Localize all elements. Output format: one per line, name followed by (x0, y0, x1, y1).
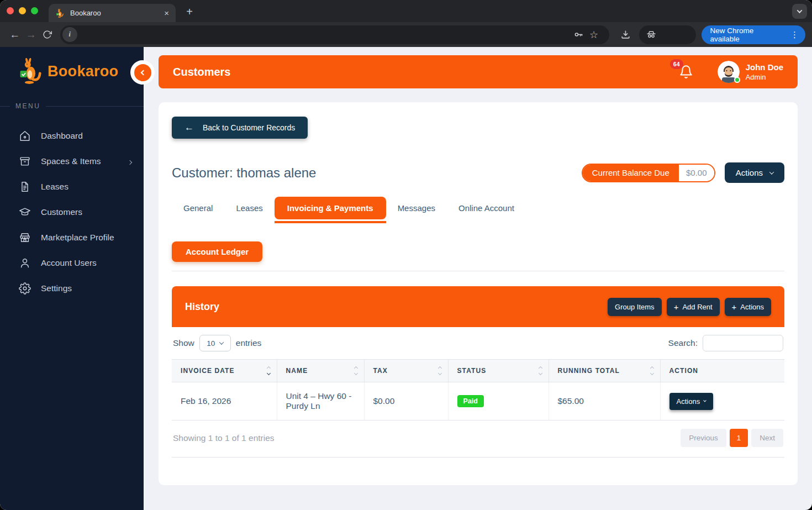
page-1-button[interactable]: 1 (730, 429, 748, 447)
customer-actions-button[interactable]: Actions (725, 162, 784, 183)
sidebar-item-label: Marketplace Profile (41, 233, 114, 243)
browser-toolbar: ← → i ☆ New Chrome available ⋮ (0, 22, 812, 47)
avatar (718, 61, 740, 83)
home-icon (19, 130, 31, 142)
online-status-dot (734, 77, 740, 83)
notification-badge: 64 (670, 59, 683, 69)
sidebar-item-customers[interactable]: Customers (0, 199, 144, 225)
history-actions-button[interactable]: + Actions (725, 298, 771, 316)
chevron-down-icon (219, 340, 224, 344)
tab-leases[interactable]: Leases (224, 198, 274, 218)
tab-general[interactable]: General (172, 198, 224, 218)
add-rent-label: Add Rent (682, 303, 712, 311)
page-title: Customers (173, 66, 230, 78)
chevron-left-icon (141, 70, 146, 75)
add-rent-button[interactable]: + Add Rent (667, 298, 720, 316)
pagination: Previous 1 Next (681, 429, 783, 447)
chevron-right-icon (128, 156, 131, 166)
reload-icon (43, 30, 52, 39)
minimize-window-button[interactable] (19, 7, 26, 14)
notifications-button[interactable]: 64 (679, 64, 693, 80)
entries-select-value: 10 (207, 339, 215, 348)
sidebar-item-label: Spaces & Items (41, 156, 101, 166)
divider (172, 271, 784, 271)
sidebar-item-dashboard[interactable]: Dashboard (0, 123, 144, 149)
cell-invoice-date: Feb 16, 2026 (172, 382, 277, 420)
chevron-down-icon (769, 170, 774, 174)
arrow-left-icon: ← (184, 122, 194, 133)
column-invoice-date[interactable]: INVOICE DATE (172, 360, 277, 382)
browser-window: Bookaroo × + ← → i ☆ New Chrome availabl… (0, 0, 812, 510)
forward-nav-button[interactable]: → (23, 27, 40, 43)
table-footer: Showing 1 to 1 of 1 entries Previous 1 N… (172, 420, 784, 458)
tab-messages[interactable]: Messages (386, 198, 447, 218)
column-status[interactable]: STATUS (448, 360, 549, 382)
browser-titlebar: Bookaroo × + (0, 0, 812, 22)
sort-icons (355, 367, 357, 375)
plus-icon: + (732, 303, 737, 311)
tab-close-icon[interactable]: × (164, 8, 169, 18)
plus-icon: + (674, 303, 679, 311)
sidebar-item-leases[interactable]: Leases (0, 174, 144, 199)
sidebar-nav: Dashboard Spaces & Items Leases Customer… (0, 123, 144, 301)
password-key-icon[interactable] (571, 29, 586, 40)
column-running-total[interactable]: RUNNING TOTAL (549, 360, 660, 382)
zoom-window-button[interactable] (31, 7, 38, 14)
table-header-row: INVOICE DATE NAME TAX STATUS RUNNING TOT… (172, 360, 784, 382)
tab-search-button[interactable] (792, 4, 807, 19)
cell-tax: $0.00 (364, 382, 448, 420)
chevron-down-icon (797, 8, 803, 13)
customer-tabs: General Leases Invoicing & Payments Mess… (172, 197, 784, 219)
show-label: Show (173, 338, 194, 348)
close-window-button[interactable] (7, 7, 14, 14)
site-info-icon[interactable]: i (62, 27, 77, 42)
paid-status-badge: Paid (457, 395, 484, 407)
reload-button[interactable] (39, 27, 56, 43)
cell-action: Actions (660, 382, 784, 420)
graduation-cap-icon (19, 206, 31, 218)
column-name[interactable]: NAME (277, 360, 364, 382)
column-action: ACTION (660, 360, 784, 382)
sidebar-item-account-users[interactable]: Account Users (0, 250, 144, 276)
sidebar-item-marketplace-profile[interactable]: Marketplace Profile (0, 225, 144, 250)
group-items-button[interactable]: Group Items (608, 298, 662, 316)
user-role: Admin (746, 73, 783, 81)
browser-menu-icon[interactable]: ⋮ (787, 30, 802, 40)
downloads-button[interactable] (617, 29, 635, 40)
history-title: History (185, 301, 219, 313)
column-tax[interactable]: TAX (364, 360, 448, 382)
tab-invoicing-payments[interactable]: Invoicing & Payments (275, 197, 386, 219)
current-balance-pill: Current Balance Due $0.00 (582, 164, 715, 182)
user-menu[interactable]: John Doe Admin (718, 61, 783, 83)
bookmark-star-icon[interactable]: ☆ (586, 29, 602, 41)
sidebar-collapse-button[interactable] (130, 60, 155, 85)
brand-logo[interactable]: Bookaroo (0, 47, 144, 85)
chrome-update-button[interactable]: New Chrome available ⋮ (702, 25, 805, 44)
sidebar-item-settings[interactable]: Settings (0, 276, 144, 301)
sidebar-item-spaces-items[interactable]: Spaces & Items (0, 149, 144, 174)
user-icon (19, 257, 31, 269)
address-bar[interactable]: i ☆ (60, 25, 609, 44)
tab-online-account[interactable]: Online Account (447, 198, 526, 218)
back-nav-button[interactable]: ← (7, 27, 23, 43)
back-button-label: Back to Customer Records (203, 123, 295, 132)
sort-icons (267, 367, 270, 375)
entries-label: entries (236, 338, 262, 348)
previous-page-button[interactable]: Previous (681, 429, 726, 447)
next-page-button[interactable]: Next (751, 429, 783, 447)
app-frame: Bookaroo MENU Dashboard Spaces & Items L… (0, 47, 812, 510)
document-icon (19, 181, 31, 193)
row-actions-button[interactable]: Actions (669, 393, 714, 410)
entries-select[interactable]: 10 (199, 335, 231, 351)
incognito-profile-chip[interactable] (639, 25, 696, 44)
browser-tab[interactable]: Bookaroo × (49, 4, 176, 22)
chevron-down-icon (703, 399, 706, 402)
kangaroo-logo-icon (18, 58, 42, 85)
table-controls: Show 10 entries Search: (172, 327, 784, 359)
chrome-update-label: New Chrome available (710, 27, 784, 43)
back-to-customer-records-button[interactable]: ← Back to Customer Records (172, 117, 308, 139)
account-ledger-button[interactable]: Account Ledger (172, 241, 262, 262)
new-tab-button[interactable]: + (182, 4, 197, 19)
history-actions-label: Actions (740, 303, 764, 311)
search-input[interactable] (703, 335, 783, 351)
